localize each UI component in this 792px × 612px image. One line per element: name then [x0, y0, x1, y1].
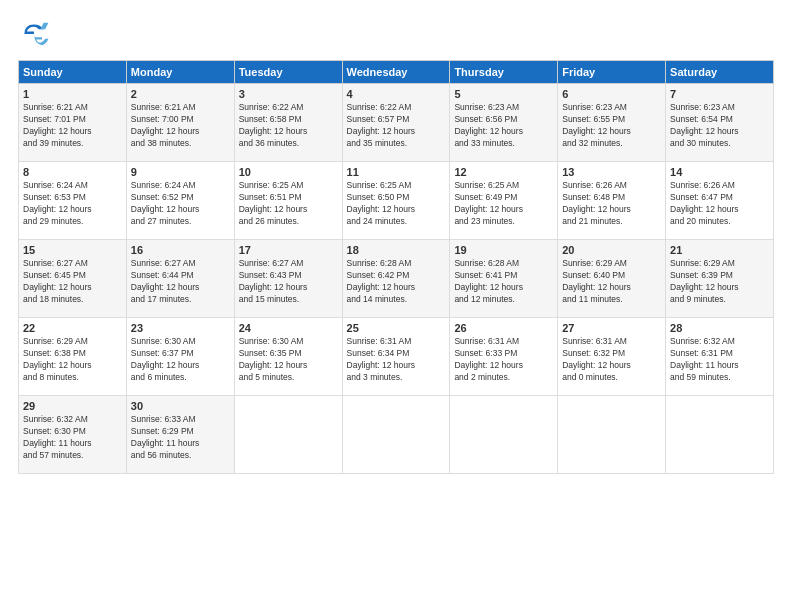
day-info-line: Daylight: 11 hours — [670, 360, 769, 372]
day-number: 10 — [239, 166, 338, 178]
day-info-line: Sunrise: 6:30 AM — [131, 336, 230, 348]
day-number: 3 — [239, 88, 338, 100]
weekday-header-tuesday: Tuesday — [234, 61, 342, 84]
day-cell-7: 7Sunrise: 6:23 AMSunset: 6:54 PMDaylight… — [666, 84, 774, 162]
day-info-line: Sunset: 6:57 PM — [347, 114, 446, 126]
empty-cell — [666, 396, 774, 474]
day-info-line: and 12 minutes. — [454, 294, 553, 306]
day-cell-19: 19Sunrise: 6:28 AMSunset: 6:41 PMDayligh… — [450, 240, 558, 318]
day-number: 20 — [562, 244, 661, 256]
week-row-3: 15Sunrise: 6:27 AMSunset: 6:45 PMDayligh… — [19, 240, 774, 318]
day-info-line: Sunset: 6:29 PM — [131, 426, 230, 438]
day-info-line: Sunrise: 6:22 AM — [239, 102, 338, 114]
day-cell-2: 2Sunrise: 6:21 AMSunset: 7:00 PMDaylight… — [126, 84, 234, 162]
day-info-line: Sunrise: 6:23 AM — [670, 102, 769, 114]
day-number: 23 — [131, 322, 230, 334]
weekday-header-row: SundayMondayTuesdayWednesdayThursdayFrid… — [19, 61, 774, 84]
day-info-line: Daylight: 12 hours — [670, 282, 769, 294]
day-info-line: Sunrise: 6:28 AM — [347, 258, 446, 270]
day-info-line: Sunrise: 6:30 AM — [239, 336, 338, 348]
day-info-line: Sunset: 7:01 PM — [23, 114, 122, 126]
weekday-header-thursday: Thursday — [450, 61, 558, 84]
day-info-line: Sunrise: 6:26 AM — [562, 180, 661, 192]
day-info-line: Sunset: 6:42 PM — [347, 270, 446, 282]
day-cell-9: 9Sunrise: 6:24 AMSunset: 6:52 PMDaylight… — [126, 162, 234, 240]
svg-marker-0 — [40, 23, 48, 29]
day-info-line: Sunrise: 6:25 AM — [239, 180, 338, 192]
day-info-line: Daylight: 12 hours — [239, 204, 338, 216]
day-cell-14: 14Sunrise: 6:26 AMSunset: 6:47 PMDayligh… — [666, 162, 774, 240]
day-info-line: and 14 minutes. — [347, 294, 446, 306]
day-info-line: and 9 minutes. — [670, 294, 769, 306]
day-info-line: and 18 minutes. — [23, 294, 122, 306]
day-info-line: Daylight: 12 hours — [23, 360, 122, 372]
day-info-line: Sunrise: 6:24 AM — [23, 180, 122, 192]
day-info-line: Daylight: 12 hours — [562, 204, 661, 216]
day-info-line: Sunset: 6:39 PM — [670, 270, 769, 282]
empty-cell — [450, 396, 558, 474]
day-info-line: and 24 minutes. — [347, 216, 446, 228]
day-info-line: Daylight: 12 hours — [131, 360, 230, 372]
day-info-line: Sunset: 6:48 PM — [562, 192, 661, 204]
weekday-header-wednesday: Wednesday — [342, 61, 450, 84]
day-number: 8 — [23, 166, 122, 178]
day-number: 29 — [23, 400, 122, 412]
day-info-line: Sunset: 6:55 PM — [562, 114, 661, 126]
weekday-header-sunday: Sunday — [19, 61, 127, 84]
day-info-line: and 21 minutes. — [562, 216, 661, 228]
day-cell-28: 28Sunrise: 6:32 AMSunset: 6:31 PMDayligh… — [666, 318, 774, 396]
day-cell-5: 5Sunrise: 6:23 AMSunset: 6:56 PMDaylight… — [450, 84, 558, 162]
day-info-line: Sunset: 6:56 PM — [454, 114, 553, 126]
day-info-line: Sunset: 6:58 PM — [239, 114, 338, 126]
day-info-line: Sunset: 6:43 PM — [239, 270, 338, 282]
weekday-header-saturday: Saturday — [666, 61, 774, 84]
day-number: 28 — [670, 322, 769, 334]
day-cell-16: 16Sunrise: 6:27 AMSunset: 6:44 PMDayligh… — [126, 240, 234, 318]
day-info-line: Daylight: 12 hours — [347, 360, 446, 372]
day-cell-4: 4Sunrise: 6:22 AMSunset: 6:57 PMDaylight… — [342, 84, 450, 162]
day-number: 21 — [670, 244, 769, 256]
day-info-line: Sunset: 6:50 PM — [347, 192, 446, 204]
day-info-line: Sunset: 6:33 PM — [454, 348, 553, 360]
day-cell-23: 23Sunrise: 6:30 AMSunset: 6:37 PMDayligh… — [126, 318, 234, 396]
week-row-5: 29Sunrise: 6:32 AMSunset: 6:30 PMDayligh… — [19, 396, 774, 474]
day-info-line: Sunrise: 6:32 AM — [23, 414, 122, 426]
day-info-line: Daylight: 12 hours — [562, 126, 661, 138]
day-info-line: Sunrise: 6:22 AM — [347, 102, 446, 114]
day-info-line: Sunrise: 6:29 AM — [670, 258, 769, 270]
day-info-line: and 3 minutes. — [347, 372, 446, 384]
day-number: 14 — [670, 166, 769, 178]
day-info-line: and 6 minutes. — [131, 372, 230, 384]
day-cell-27: 27Sunrise: 6:31 AMSunset: 6:32 PMDayligh… — [558, 318, 666, 396]
day-info-line: Sunset: 6:38 PM — [23, 348, 122, 360]
day-info-line: and 8 minutes. — [23, 372, 122, 384]
day-number: 26 — [454, 322, 553, 334]
day-info-line: Daylight: 12 hours — [23, 126, 122, 138]
day-cell-11: 11Sunrise: 6:25 AMSunset: 6:50 PMDayligh… — [342, 162, 450, 240]
day-info-line: and 11 minutes. — [562, 294, 661, 306]
day-number: 27 — [562, 322, 661, 334]
day-info-line: Sunset: 6:49 PM — [454, 192, 553, 204]
day-cell-13: 13Sunrise: 6:26 AMSunset: 6:48 PMDayligh… — [558, 162, 666, 240]
day-info-line: Sunrise: 6:27 AM — [131, 258, 230, 270]
day-info-line: and 39 minutes. — [23, 138, 122, 150]
day-info-line: and 2 minutes. — [454, 372, 553, 384]
day-info-line: and 56 minutes. — [131, 450, 230, 462]
day-info-line: and 30 minutes. — [670, 138, 769, 150]
day-cell-12: 12Sunrise: 6:25 AMSunset: 6:49 PMDayligh… — [450, 162, 558, 240]
day-info-line: Sunset: 6:51 PM — [239, 192, 338, 204]
day-info-line: Sunset: 6:31 PM — [670, 348, 769, 360]
weekday-header-friday: Friday — [558, 61, 666, 84]
day-info-line: Sunrise: 6:31 AM — [347, 336, 446, 348]
page: SundayMondayTuesdayWednesdayThursdayFrid… — [0, 0, 792, 612]
week-row-1: 1Sunrise: 6:21 AMSunset: 7:01 PMDaylight… — [19, 84, 774, 162]
day-cell-18: 18Sunrise: 6:28 AMSunset: 6:42 PMDayligh… — [342, 240, 450, 318]
day-cell-22: 22Sunrise: 6:29 AMSunset: 6:38 PMDayligh… — [19, 318, 127, 396]
day-info-line: Daylight: 11 hours — [131, 438, 230, 450]
day-info-line: Sunset: 6:47 PM — [670, 192, 769, 204]
day-info-line: Sunrise: 6:31 AM — [454, 336, 553, 348]
day-info-line: Sunrise: 6:31 AM — [562, 336, 661, 348]
day-number: 1 — [23, 88, 122, 100]
day-number: 24 — [239, 322, 338, 334]
header — [18, 18, 774, 50]
